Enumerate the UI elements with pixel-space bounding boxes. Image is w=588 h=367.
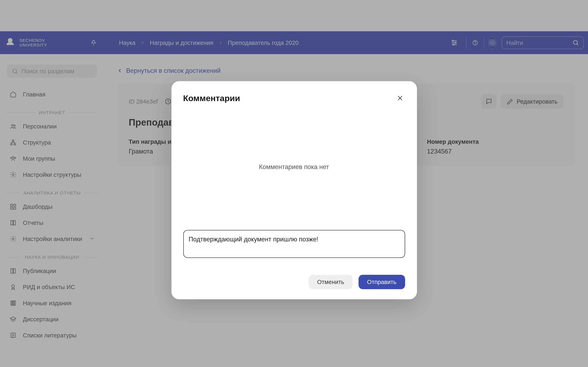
comment-input[interactable] — [183, 230, 405, 258]
submit-button[interactable]: Отправить — [359, 275, 405, 289]
modal-empty-state: Комментариев пока нет — [183, 103, 405, 230]
comments-modal: Комментарии Комментариев пока нет Отмени… — [171, 81, 417, 299]
close-button[interactable] — [395, 93, 405, 103]
close-icon — [397, 95, 403, 101]
cancel-button[interactable]: Отменить — [309, 275, 353, 289]
modal-overlay[interactable]: Комментарии Комментариев пока нет Отмени… — [0, 0, 588, 367]
modal-title: Комментарии — [183, 93, 240, 103]
